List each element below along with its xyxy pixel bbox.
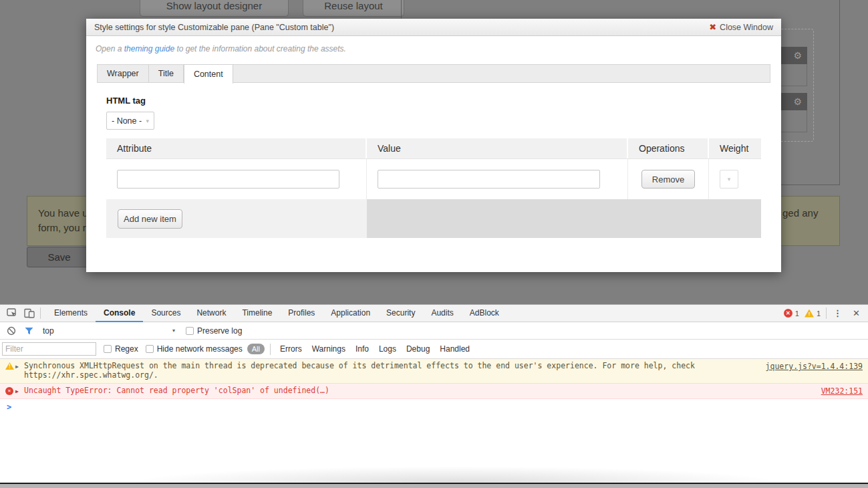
hide-network-label: Hide network messages [157,344,243,354]
show-layout-designer-button[interactable]: Show layout designer [140,0,289,17]
tab-content[interactable]: Content [184,64,233,84]
theming-guide-link[interactable]: theming guide [124,44,174,53]
value-input[interactable] [378,170,600,189]
error-icon: ✕ [5,387,13,395]
tab-wrapper[interactable]: Wrapper [98,65,149,82]
add-new-item-button[interactable]: Add new item [118,209,182,229]
warning-badge-icon[interactable]: ! [805,310,814,318]
tab-adblock[interactable]: AdBlock [462,305,507,322]
attribute-input[interactable] [117,170,339,189]
column-header-value: Value [367,138,628,158]
error-message-text: Uncaught TypeError: Cannot read property… [24,386,329,395]
tab-title[interactable]: Title [149,65,184,82]
gear-icon[interactable]: ⚙ [793,49,802,62]
hint-text-pre: Open a [96,44,124,53]
preserve-log-control[interactable]: Preserve log [186,326,242,336]
filter-level-logs[interactable]: Logs [379,344,396,354]
console-warning-message[interactable]: ! ▶ Synchronous XMLHttpRequest on the ma… [0,359,868,384]
table-row: Remove ▾ [106,159,761,199]
attributes-table: Attribute Value Operations Weight Remove… [106,138,761,238]
html-tag-select[interactable]: - None - ▾ [106,112,154,130]
filter-level-debug[interactable]: Debug [406,344,430,354]
device-toolbar-icon[interactable] [24,308,35,318]
style-settings-modal: Style settings for style Customizable pa… [86,19,781,272]
tab-timeline[interactable]: Timeline [234,305,280,322]
value-cell [367,159,628,199]
gear-icon[interactable]: ⚙ [793,96,802,108]
window-bottom-bar [0,484,868,488]
tab-console[interactable]: Console [96,305,143,322]
filter-levels: Errors Warnings Info Logs Debug Handled [280,344,470,354]
preserve-log-label: Preserve log [197,326,242,336]
console-prompt[interactable]: > [0,399,868,412]
theming-guide-hint: Open a theming guide to get the informat… [96,44,772,53]
regex-control[interactable]: Regex [104,344,138,354]
footer-left-cell: Add new item [106,199,367,238]
tab-profiles[interactable]: Profiles [280,305,323,322]
attributes-table-header: Attribute Value Operations Weight [106,138,761,159]
devtools-menu-icon[interactable]: ⋮ [833,308,842,318]
column-header-attribute: Attribute [106,138,367,158]
save-button[interactable]: Save [27,247,92,267]
close-window-label: Close Window [720,23,773,32]
reuse-layout-button[interactable]: Reuse layout [303,0,404,17]
error-count: 1 [795,310,799,318]
unsaved-message-text: form, you r [38,222,86,233]
window-shadow [137,467,775,483]
execution-context-value: top [43,326,54,336]
chevron-down-icon: ▾ [146,118,149,124]
unsaved-message-text: ged any [782,207,818,219]
close-window-button[interactable]: ✖ Close Window [709,22,773,32]
hide-network-checkbox[interactable] [146,345,154,353]
filter-funnel-icon[interactable] [25,327,33,335]
unsaved-message-text: You have u [38,207,88,219]
remove-button[interactable]: Remove [641,170,695,189]
tab-elements[interactable]: Elements [46,305,96,322]
column-header-operations: Operations [628,138,709,158]
expand-arrow-icon[interactable]: ▶ [15,387,19,396]
operations-cell: Remove [628,159,709,199]
warning-source-link[interactable]: jquery.js?v=1.4.4:139 [766,362,863,372]
devtools-tabs: Elements Console Sources Network Timelin… [46,305,507,322]
error-badge-icon[interactable]: ✕ [784,309,792,318]
filter-level-handled[interactable]: Handled [440,344,470,354]
devtools-close-icon[interactable]: ✕ [853,308,860,318]
clear-console-icon[interactable] [7,326,16,336]
html-tag-selected-value: - None - [112,116,142,126]
warning-message-text: Synchronous XMLHttpRequest on the main t… [24,361,695,380]
modal-tabs: Wrapper Title Content [97,64,770,83]
modal-title: Style settings for style Customizable pa… [94,23,709,32]
toolbar-divider [40,308,41,319]
tab-audits[interactable]: Audits [423,305,461,322]
error-source-link[interactable]: VM232:151 [821,387,863,396]
footer-right-cell [367,199,761,238]
close-icon: ✖ [709,22,716,32]
filter-level-errors[interactable]: Errors [280,344,302,354]
inspect-element-icon[interactable] [7,308,17,318]
execution-context-select[interactable]: top ▾ [43,326,175,336]
regex-checkbox[interactable] [104,345,112,353]
console-filter-toolbar: Regex Hide network messages All Errors W… [0,340,868,359]
weight-cell: ▾ [709,159,761,199]
toolbar-divider [270,344,271,355]
tab-sources[interactable]: Sources [143,305,188,322]
chevron-down-icon: ▾ [728,176,731,182]
expand-arrow-icon[interactable]: ▶ [15,362,19,372]
console-filter-input[interactable] [2,342,96,356]
weight-select[interactable]: ▾ [720,170,738,189]
devtools-main-toolbar: Elements Console Sources Network Timelin… [0,305,868,322]
filter-level-all[interactable]: All [247,344,265,354]
preserve-log-checkbox[interactable] [186,327,194,335]
tab-network[interactable]: Network [188,305,234,322]
console-context-toolbar: top ▾ Preserve log [0,322,868,340]
attributes-table-footer: Add new item [106,199,761,238]
hide-network-control[interactable]: Hide network messages [146,344,243,354]
filter-level-warnings[interactable]: Warnings [312,344,345,354]
tab-application[interactable]: Application [323,305,378,322]
filter-level-info[interactable]: Info [355,344,369,354]
devtools-toolbar-right: ✕ 1 ! 1 ⋮ ✕ [784,308,868,319]
toolbar-divider [826,308,827,319]
tab-security[interactable]: Security [378,305,423,322]
console-error-message[interactable]: ✕ ▶ Uncaught TypeError: Cannot read prop… [0,384,868,399]
modal-titlebar[interactable]: Style settings for style Customizable pa… [86,19,781,36]
